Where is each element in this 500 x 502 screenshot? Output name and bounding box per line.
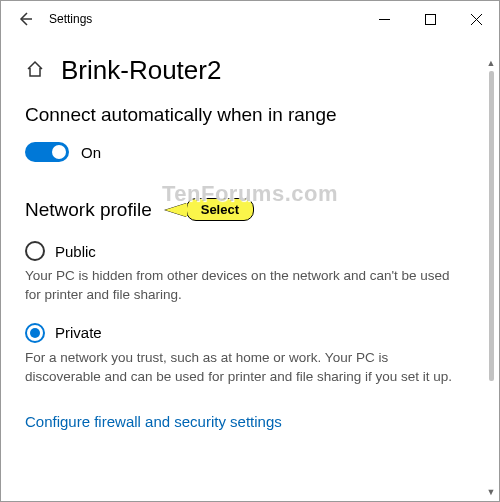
radio-private[interactable]: [25, 323, 45, 343]
radio-label-private: Private: [55, 324, 102, 341]
radio-row-public[interactable]: Public: [25, 241, 475, 261]
page-title: Brink-Router2: [61, 55, 221, 86]
content-area: Connect automatically when in range On N…: [1, 96, 499, 496]
scrollbar[interactable]: ▲ ▼: [486, 57, 496, 498]
window-title: Settings: [49, 12, 92, 26]
radio-public[interactable]: [25, 241, 45, 261]
toggle-state-label: On: [81, 144, 101, 161]
radio-desc-private: For a network you trust, such as at home…: [25, 349, 465, 387]
maximize-icon: [425, 14, 436, 25]
network-profile-heading-row: Network profile Select: [25, 198, 475, 221]
auto-connect-toggle-row: On: [25, 142, 475, 162]
svg-rect-0: [425, 14, 435, 24]
auto-connect-toggle[interactable]: [25, 142, 69, 162]
select-callout: Select: [186, 198, 254, 221]
minimize-button[interactable]: [361, 3, 407, 35]
radio-option-public: Public Your PC is hidden from other devi…: [25, 241, 475, 305]
radio-label-public: Public: [55, 243, 96, 260]
firewall-link[interactable]: Configure firewall and security settings: [25, 413, 282, 430]
titlebar: Settings: [1, 1, 499, 37]
network-profile-heading: Network profile: [25, 199, 152, 221]
page-header: Brink-Router2: [1, 37, 499, 96]
minimize-icon: [379, 14, 390, 25]
scroll-down-icon[interactable]: ▼: [486, 486, 496, 498]
close-icon: [471, 14, 482, 25]
maximize-button[interactable]: [407, 3, 453, 35]
auto-connect-heading: Connect automatically when in range: [25, 104, 475, 126]
arrow-left-icon: [17, 11, 33, 27]
radio-row-private[interactable]: Private: [25, 323, 475, 343]
back-button[interactable]: [9, 3, 41, 35]
close-button[interactable]: [453, 3, 499, 35]
home-icon[interactable]: [25, 59, 45, 83]
window-controls: [361, 3, 499, 35]
scrollbar-thumb[interactable]: [489, 71, 494, 381]
radio-desc-public: Your PC is hidden from other devices on …: [25, 267, 465, 305]
radio-option-private: Private For a network you trust, such as…: [25, 323, 475, 387]
scroll-up-icon[interactable]: ▲: [486, 57, 496, 69]
